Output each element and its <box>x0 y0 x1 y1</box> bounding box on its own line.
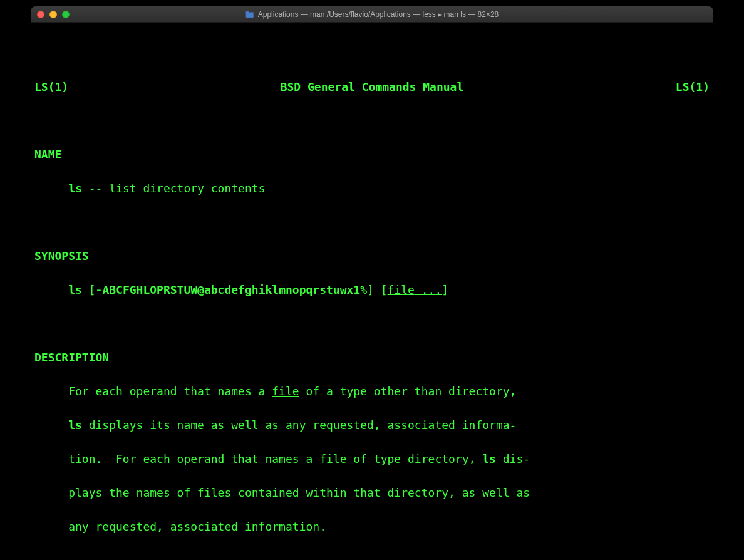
minimize-icon[interactable] <box>49 11 57 18</box>
desc-line-2: ls displays its name as well as any requ… <box>34 417 710 433</box>
terminal-content[interactable]: LS(1)BSD General Commands ManualLS(1) NA… <box>31 23 713 560</box>
synopsis-file: file <box>388 283 415 296</box>
synopsis-flags: -ABCFGHLOPRSTUW@abcdefghiklmnopqrstuwx1% <box>96 283 367 296</box>
name-dash: -- <box>82 182 109 195</box>
name-desc: list directory contents <box>109 182 265 195</box>
synopsis-line: ls [-ABCFGHLOPRSTUW@abcdefghiklmnopqrstu… <box>34 281 710 298</box>
name-line: ls -- list directory contents <box>34 180 710 197</box>
header-center: BSD General Commands Manual <box>281 78 464 95</box>
synopsis-dots: ... <box>415 283 442 296</box>
blank-line <box>34 44 710 61</box>
synopsis-close: ] [ <box>367 283 388 296</box>
folder-icon <box>245 11 254 18</box>
synopsis-cmd: ls <box>68 283 82 296</box>
blank-line <box>34 112 710 129</box>
section-synopsis-heading: SYNOPSIS <box>34 247 710 264</box>
window-title: Applications — man /Users/flavio/Applica… <box>245 10 499 19</box>
desc-line-3: tion. For each operand that names a file… <box>34 450 710 467</box>
titlebar: Applications — man /Users/flavio/Applica… <box>31 6 713 23</box>
desc-ls-2: ls <box>482 452 496 465</box>
header-right: LS(1) <box>676 78 710 95</box>
name-cmd: ls <box>68 182 82 195</box>
synopsis-open: [ <box>82 283 96 296</box>
desc-line-5: any requested, associated information. <box>34 518 710 535</box>
header-left: LS(1) <box>34 78 68 95</box>
desc-line-4: plays the names of files contained withi… <box>34 484 710 501</box>
desc-file-1: file <box>272 385 299 398</box>
desc-line-1: For each operand that names a file of a … <box>34 383 710 400</box>
desc-file-2: file <box>319 452 346 465</box>
desc-ls-1: ls <box>68 418 82 432</box>
terminal-window: Applications — man /Users/flavio/Applica… <box>31 6 713 560</box>
section-description-heading: DESCRIPTION <box>34 349 710 366</box>
maximize-icon[interactable] <box>62 11 70 18</box>
traffic-lights <box>37 11 70 18</box>
section-name-heading: NAME <box>34 146 710 163</box>
close-icon[interactable] <box>37 11 44 18</box>
blank-line <box>34 552 710 560</box>
synopsis-end: ] <box>442 283 448 296</box>
man-header: LS(1)BSD General Commands ManualLS(1) <box>34 78 710 95</box>
blank-line <box>34 214 710 231</box>
blank-line <box>34 315 710 332</box>
window-title-text: Applications — man /Users/flavio/Applica… <box>258 10 499 19</box>
